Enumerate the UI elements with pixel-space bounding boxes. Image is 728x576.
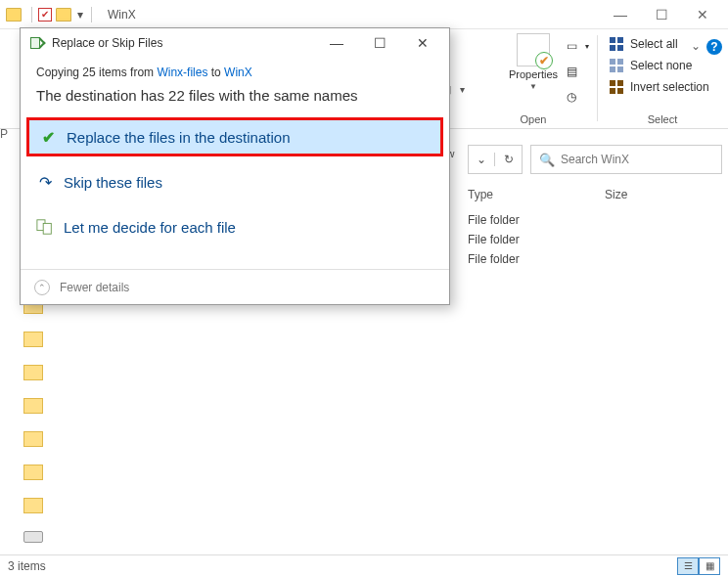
dialog-minimize-button[interactable]: — [320, 32, 353, 54]
history-icon: ◷ [564, 89, 579, 105]
search-placeholder: Search WinX [561, 153, 629, 166]
qat-dropdown[interactable]: ▾ [77, 8, 83, 22]
conflict-headline: The destination has 22 files with the sa… [36, 87, 433, 104]
column-headers[interactable]: Type Size [468, 188, 708, 201]
option-skip[interactable]: ↷ Skip these files [26, 162, 443, 201]
status-bar: 3 items ☰ ▦ [0, 554, 728, 576]
open-icon: ▭ [564, 38, 579, 54]
open-small-button[interactable]: ▭▾ [564, 35, 589, 57]
select-none-button[interactable]: Select none [609, 55, 692, 76]
ribbon-group-select: Select all Select none Invert selection … [597, 29, 728, 127]
window-title: WinX [108, 8, 136, 22]
dialog-title: Replace or Skip Files [52, 36, 162, 50]
chevron-up-icon[interactable]: ⌃ [34, 280, 50, 295]
folder-icon [56, 8, 71, 22]
status-item-count: 3 items [8, 559, 46, 573]
column-size[interactable]: Size [605, 188, 683, 201]
compare-files-icon [36, 218, 54, 236]
properties-icon: ✔ [517, 33, 550, 66]
refresh-button[interactable]: ↻ [494, 153, 522, 166]
source-link[interactable]: Winx-files [157, 66, 207, 79]
explorer-title-bar: ✔ ▾ WinX — ☐ ✕ [0, 0, 728, 29]
separator [91, 7, 92, 22]
minimize-button[interactable]: — [601, 4, 640, 25]
destination-link[interactable]: WinX [224, 66, 252, 79]
select-none-icon [609, 58, 624, 73]
address-bar-tail[interactable]: ⌄ ↻ [468, 145, 523, 174]
option-decide[interactable]: Let me decide for each file [26, 207, 443, 246]
qat-properties-icon[interactable]: ✔ [38, 8, 52, 22]
folder-icon[interactable] [23, 431, 43, 447]
folder-icon[interactable] [23, 332, 43, 347]
checkmark-icon: ✔ [39, 128, 57, 146]
edit-icon: ▤ [564, 64, 579, 79]
invert-selection-button[interactable]: Invert selection [609, 76, 709, 98]
copy-progress-line: Copying 25 items from Winx-files to WinX [36, 66, 433, 79]
select-all-label: Select all [630, 37, 678, 51]
folder-icon[interactable] [23, 365, 43, 380]
folder-icon [6, 8, 22, 22]
history-small-button[interactable]: ◷ [564, 86, 589, 108]
dialog-close-button[interactable]: ✕ [406, 32, 439, 54]
address-dropdown[interactable]: ⌄ [469, 153, 494, 166]
dialog-footer: ⌃ Fewer details [21, 269, 449, 304]
ribbon-group-caption: Select [597, 113, 728, 125]
close-button[interactable]: ✕ [683, 4, 722, 25]
folder-icon[interactable] [23, 498, 43, 513]
svg-rect-1 [43, 223, 51, 234]
file-list: File folder File folder File folder [468, 213, 520, 266]
copy-conflict-icon [30, 37, 44, 49]
properties-button[interactable]: ✔ Properties ▼ [509, 33, 558, 91]
maximize-button[interactable]: ☐ [642, 4, 681, 25]
truncated-label: P [0, 127, 8, 141]
option-decide-label: Let me decide for each file [64, 219, 236, 236]
invert-selection-icon [609, 79, 624, 95]
properties-label: Properties [509, 68, 558, 80]
invert-selection-label: Invert selection [630, 80, 709, 94]
folder-icon[interactable] [23, 398, 43, 414]
search-icon: 🔍 [539, 153, 555, 167]
view-details-button[interactable]: ☰ [677, 557, 699, 575]
option-replace[interactable]: ✔ Replace the files in the destination [26, 117, 443, 156]
select-all-icon [609, 36, 624, 52]
option-replace-label: Replace the files in the destination [67, 129, 290, 146]
dialog-title-bar[interactable]: Replace or Skip Files — ☐ ✕ [21, 28, 449, 58]
skip-icon: ↷ [36, 173, 54, 191]
column-type[interactable]: Type [468, 188, 605, 201]
edit-small-button[interactable]: ▤ [564, 61, 589, 82]
select-none-label: Select none [630, 59, 692, 72]
nav-tree-fragment [23, 298, 55, 543]
separator [31, 7, 32, 22]
dialog-maximize-button[interactable]: ☐ [363, 32, 396, 54]
fewer-details-link[interactable]: Fewer details [60, 281, 129, 294]
option-skip-label: Skip these files [64, 174, 162, 191]
view-large-icons-button[interactable]: ▦ [699, 557, 720, 575]
disk-icon[interactable] [23, 531, 43, 543]
replace-or-skip-dialog: Replace or Skip Files — ☐ ✕ Copying 25 i… [20, 27, 450, 305]
search-input[interactable]: 🔍 Search WinX [530, 145, 722, 174]
select-all-button[interactable]: Select all [609, 33, 678, 55]
ribbon-group-caption: Open [470, 113, 597, 125]
ribbon-group-open: ✔ Properties ▼ ▭▾ ▤ ◷ Open [470, 29, 597, 127]
file-row-type[interactable]: File folder [468, 213, 520, 227]
file-row-type[interactable]: File folder [468, 252, 520, 266]
folder-icon[interactable] [23, 465, 43, 480]
file-row-type[interactable]: File folder [468, 233, 520, 246]
